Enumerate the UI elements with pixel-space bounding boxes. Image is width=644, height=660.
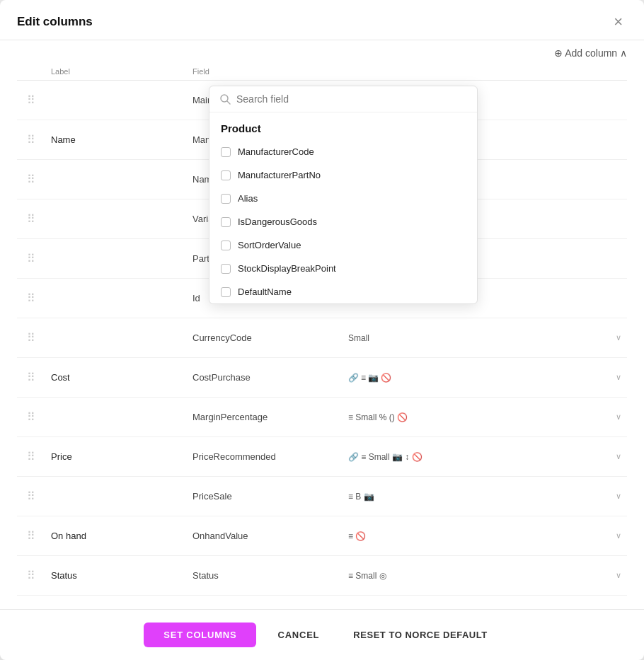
drag-handle-icon[interactable]: ⠿ <box>27 173 35 185</box>
label-cell <box>45 398 187 437</box>
list-item[interactable]: DefaultName <box>209 280 477 303</box>
camera-icon: 📷 <box>368 373 379 383</box>
set-columns-button[interactable]: SET COLUMNS <box>144 623 256 647</box>
drag-handle-cell: ⠿ <box>17 239 45 279</box>
format-cell[interactable]: 🔗 ≡ Small 📷 ↕ 🚫 ∨ <box>343 437 627 477</box>
label-cell: Cost <box>45 358 187 398</box>
checkbox-manufacturerpartno[interactable] <box>221 170 231 180</box>
drag-handle-icon[interactable]: ⠿ <box>27 213 35 225</box>
checkbox-sortordervalue[interactable] <box>221 241 231 250</box>
drag-handle-icon[interactable]: ⠿ <box>27 253 35 265</box>
field-cell: CurrencyCode <box>187 318 343 358</box>
drag-handle-icon[interactable]: ⠿ <box>27 530 35 542</box>
col-header-field: Field <box>187 63 343 81</box>
drag-handle-cell: ⠿ <box>17 199 45 239</box>
format-icons: ≡ Small ◎ <box>348 571 386 581</box>
drag-handle-cell: ⠿ <box>17 556 45 596</box>
format-icons: ≡ 🚫 <box>348 531 366 541</box>
drag-handle-icon[interactable]: ⠿ <box>27 292 35 304</box>
table-row: ⠿ CurrencyCode Small ∨ <box>17 318 627 358</box>
drag-handle-cell: ⠿ <box>17 358 45 398</box>
format-icons: ≡ Small % () 🚫 <box>348 412 408 422</box>
chevron-down-icon: ∨ <box>616 373 621 382</box>
label-cell <box>45 160 187 199</box>
drag-handle-cell: ⠿ <box>17 120 45 160</box>
label-cell: On hand <box>45 516 187 556</box>
format-cell[interactable]: Small ∨ <box>343 318 627 358</box>
label-cell: Price <box>45 437 187 477</box>
format-cell[interactable]: ≡ B 📷 ∨ <box>343 477 627 516</box>
list-item[interactable]: ManufacturerCode <box>209 140 477 163</box>
field-cell: PriceRecommended <box>187 437 343 477</box>
drag-handle-icon[interactable]: ⠿ <box>27 490 35 502</box>
label-cell <box>45 81 187 120</box>
checkbox-isdangerousgoods[interactable] <box>221 217 231 227</box>
search-input-row <box>209 86 477 112</box>
table-row: ⠿ Cost CostPurchase 🔗 ≡ 📷 🚫 ∨ <box>17 358 627 398</box>
table-row: ⠿ PriceSale ≡ B 📷 ∨ <box>17 477 627 516</box>
format-cell[interactable]: ≡ 🚫 ∨ <box>343 516 627 556</box>
table-area: Label Field ⠿ MainImage ⠿ Name Manufact <box>0 63 644 609</box>
chevron-down-icon: ∨ <box>616 531 621 540</box>
field-cell: PriceSale <box>187 477 343 516</box>
drag-handle-icon[interactable]: ⠿ <box>27 94 35 106</box>
label-cell <box>45 239 187 279</box>
dropdown-scroll[interactable]: Product ManufacturerCode ManufacturerPar… <box>209 112 477 303</box>
list-item[interactable]: StockDisplayBreakPoint <box>209 257 477 280</box>
list-icon: ≡ <box>361 373 366 383</box>
reset-button[interactable]: RESET TO NORCE DEFAULT <box>340 623 500 647</box>
format-icons: Small <box>348 333 369 343</box>
checkbox-stockdisplaybreakpoint[interactable] <box>221 264 231 274</box>
col-header-label: Label <box>45 63 187 81</box>
modal-title: Edit columns <box>17 15 93 29</box>
format-icons: 🔗 ≡ Small 📷 ↕ 🚫 <box>348 452 422 462</box>
search-dropdown: Product ManufacturerCode ManufacturerPar… <box>209 86 478 304</box>
chevron-down-icon: ∨ <box>616 452 621 461</box>
item-label: StockDisplayBreakPoint <box>238 263 336 274</box>
checkbox-manufacturercode[interactable] <box>221 147 231 157</box>
label-cell <box>45 318 187 358</box>
item-label: SortOrderValue <box>238 240 301 250</box>
add-column-button[interactable]: ⊕ Add column ∧ <box>554 47 627 59</box>
link-icon: 🔗 <box>348 373 359 383</box>
checkbox-alias[interactable] <box>221 194 231 204</box>
label-cell <box>45 199 187 239</box>
eye-off-icon: 🚫 <box>381 373 391 383</box>
label-cell: Status <box>45 556 187 596</box>
drag-handle-icon[interactable]: ⠿ <box>27 371 35 383</box>
table-row: ⠿ MarginPercentage ≡ Small % () 🚫 ∨ <box>17 398 627 437</box>
search-icon <box>219 93 231 105</box>
chevron-down-icon: ∨ <box>616 412 621 422</box>
label-cell <box>45 279 187 318</box>
close-button[interactable]: × <box>609 13 627 31</box>
drag-handle-icon[interactable]: ⠿ <box>27 411 35 423</box>
drag-handle-icon[interactable]: ⠿ <box>27 332 35 344</box>
list-item[interactable]: IsDangerousGoods <box>209 210 477 233</box>
item-label: ManufacturerCode <box>238 146 314 157</box>
list-item[interactable]: SortOrderValue <box>209 233 477 257</box>
format-cell[interactable]: 🔗 ≡ 📷 🚫 ∨ <box>343 358 627 398</box>
dropdown-section-label: Product <box>209 112 477 140</box>
field-cell: CostPurchase <box>187 358 343 398</box>
table-row: ⠿ Status Status ≡ Small ◎ ∨ <box>17 556 627 596</box>
drag-handle-icon[interactable]: ⠿ <box>27 134 35 146</box>
table-row: ⠿ Price PriceRecommended 🔗 ≡ Small 📷 ↕ 🚫… <box>17 437 627 477</box>
drag-handle-icon[interactable]: ⠿ <box>27 451 35 463</box>
drag-handle-cell: ⠿ <box>17 279 45 318</box>
label-cell <box>45 477 187 516</box>
format-cell[interactable]: ≡ Small ◎ ∨ <box>343 556 627 596</box>
checkbox-defaultname[interactable] <box>221 287 231 297</box>
list-item[interactable]: ManufacturerPartNo <box>209 163 477 187</box>
drag-handle-cell: ⠿ <box>17 318 45 358</box>
drag-handle-icon[interactable]: ⠿ <box>27 569 35 581</box>
format-cell[interactable]: ≡ Small % () 🚫 ∨ <box>343 398 627 437</box>
list-item[interactable]: Alias <box>209 187 477 210</box>
svg-line-1 <box>227 101 230 104</box>
cancel-button[interactable]: CANCEL <box>265 623 332 647</box>
search-field-input[interactable] <box>236 93 467 105</box>
field-cell: Status <box>187 556 343 596</box>
field-cell: MarginPercentage <box>187 398 343 437</box>
modal-footer: SET COLUMNS CANCEL RESET TO NORCE DEFAUL… <box>0 609 644 660</box>
label-cell: Name <box>45 120 187 160</box>
drag-handle-cell: ⠿ <box>17 437 45 477</box>
